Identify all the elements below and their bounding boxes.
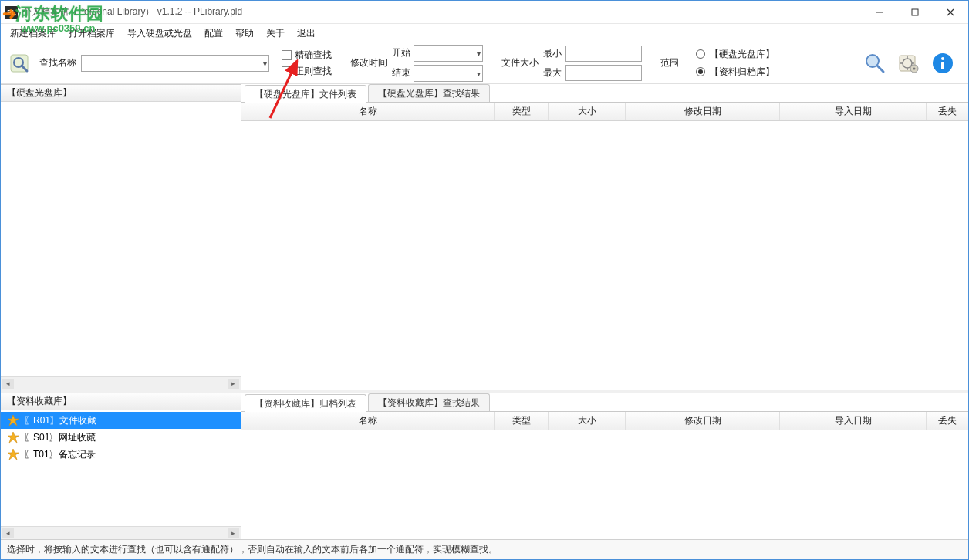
end-label: 结束 bbox=[392, 66, 410, 79]
radio-disk-label: 【硬盘光盘库】 bbox=[710, 48, 775, 61]
menu-import-disk[interactable]: 导入硬盘或光盘 bbox=[121, 25, 198, 42]
range-label: 范围 bbox=[660, 56, 679, 69]
star-icon bbox=[7, 414, 19, 427]
status-text: 选择时，将按输入的文本进行查找（也可以含有通配符），否则自动在输入的文本前后各加… bbox=[7, 543, 498, 556]
toolbar-settings-button[interactable] bbox=[896, 50, 922, 76]
tree-item-label: 〖R01〗文件收藏 bbox=[24, 414, 96, 427]
svg-rect-2 bbox=[912, 9, 918, 15]
tree-item-label: 〖T01〗备忘记录 bbox=[24, 448, 96, 461]
exact-search-checkbox[interactable] bbox=[282, 50, 292, 60]
tree-item-file-collection[interactable]: 〖R01〗文件收藏 bbox=[1, 412, 241, 429]
start-time-combo[interactable]: ▾ bbox=[414, 45, 483, 62]
left-column: 【硬盘光盘库】 ◂ ▸ 【资料收藏库】 〖R01〗文件收藏 〖S01〗网址收藏 bbox=[1, 84, 241, 539]
disk-library-tree[interactable] bbox=[1, 102, 241, 376]
scroll-left-icon[interactable]: ◂ bbox=[2, 528, 14, 538]
menu-config[interactable]: 配置 bbox=[198, 25, 229, 42]
app-icon: PL bbox=[5, 6, 18, 19]
tree-item-memo[interactable]: 〖T01〗备忘记录 bbox=[1, 446, 241, 463]
search-name-label: 查找名称 bbox=[39, 56, 76, 69]
collection-tree[interactable]: 〖R01〗文件收藏 〖S01〗网址收藏 〖T01〗备忘记录 bbox=[1, 410, 241, 526]
tree-item-url-collection[interactable]: 〖S01〗网址收藏 bbox=[1, 429, 241, 446]
svg-point-13 bbox=[913, 67, 916, 69]
disk-lib-hscroll[interactable]: ◂ ▸ bbox=[1, 376, 241, 390]
regex-search-label: 正则查找 bbox=[295, 65, 332, 78]
statusbar: 选择时，将按输入的文本进行查找（也可以含有通配符），否则自动在输入的文本前后各加… bbox=[1, 539, 968, 559]
tab-disk-search-result[interactable]: 【硬盘光盘库】查找结果 bbox=[368, 84, 490, 102]
menu-about[interactable]: 关于 bbox=[260, 25, 291, 42]
menu-help[interactable]: 帮助 bbox=[229, 25, 260, 42]
min-label: 最小 bbox=[543, 47, 562, 60]
mod-time-label: 修改时间 bbox=[350, 56, 387, 69]
menu-open-archive[interactable]: 打开档案库 bbox=[62, 25, 121, 42]
right-column: 【硬盘光盘库】文件列表 【硬盘光盘库】查找结果 名称 类型 大小 修改日期 导入… bbox=[241, 84, 968, 539]
col-size[interactable]: 大小 bbox=[549, 412, 626, 430]
radio-archive-lib[interactable] bbox=[696, 67, 705, 76]
col-lost[interactable]: 丢失 bbox=[927, 412, 968, 430]
archive-grid-header: 名称 类型 大小 修改日期 导入日期 丢失 bbox=[241, 412, 968, 430]
collection-hscroll[interactable]: ◂ ▸ bbox=[1, 526, 241, 539]
chevron-down-icon: ▾ bbox=[477, 49, 481, 57]
scroll-right-icon[interactable]: ▸ bbox=[228, 528, 239, 538]
col-lost[interactable]: 丢失 bbox=[927, 103, 968, 120]
svg-line-9 bbox=[877, 66, 883, 72]
col-mod-date[interactable]: 修改日期 bbox=[626, 412, 780, 430]
disk-library-panel: 【硬盘光盘库】 ◂ ▸ bbox=[1, 84, 241, 390]
col-type[interactable]: 类型 bbox=[495, 103, 549, 120]
tab-archive-search-result[interactable]: 【资料收藏库】查找结果 bbox=[368, 393, 490, 411]
svg-marker-18 bbox=[8, 432, 19, 443]
file-size-label: 文件大小 bbox=[501, 56, 539, 69]
file-list-grid-body[interactable] bbox=[241, 121, 968, 390]
toolbar-search-button[interactable] bbox=[862, 50, 888, 76]
file-list-grid-header: 名称 类型 大小 修改日期 导入日期 丢失 bbox=[241, 103, 968, 121]
archive-list-tabs: 【资料收藏库】归档列表 【资料收藏库】查找结果 bbox=[241, 393, 968, 412]
menu-new-archive[interactable]: 新建档案库 bbox=[4, 25, 62, 42]
exact-search-label: 精确查找 bbox=[295, 49, 332, 62]
svg-marker-19 bbox=[8, 449, 19, 460]
toolbar: 查找名称 ▾ 精确查找 正则查找 修改时间 开始 ▾ 结束 ▾ bbox=[1, 42, 968, 84]
archive-list-panel: 【资料收藏库】归档列表 【资料收藏库】查找结果 名称 类型 大小 修改日期 导入… bbox=[241, 393, 968, 539]
titlebar: PL 个人档案馆（Personal Library） v1.1.2 -- PLi… bbox=[1, 1, 968, 24]
tree-item-label: 〖S01〗网址收藏 bbox=[24, 431, 96, 444]
collection-header: 【资料收藏库】 bbox=[1, 393, 241, 410]
chevron-down-icon: ▾ bbox=[263, 59, 267, 67]
radio-disk-lib[interactable] bbox=[696, 49, 705, 59]
svg-rect-16 bbox=[941, 62, 944, 69]
max-label: 最大 bbox=[543, 66, 562, 79]
col-name[interactable]: 名称 bbox=[241, 412, 495, 430]
chevron-down-icon: ▾ bbox=[477, 69, 481, 77]
window-title: 个人档案馆（Personal Library） v1.1.2 -- PLibra… bbox=[22, 5, 862, 19]
scroll-left-icon[interactable]: ◂ bbox=[2, 379, 14, 389]
end-time-combo[interactable]: ▾ bbox=[414, 65, 483, 82]
col-import-date[interactable]: 导入日期 bbox=[780, 103, 927, 120]
menu-exit[interactable]: 退出 bbox=[291, 25, 322, 42]
maximize-button[interactable] bbox=[897, 1, 933, 24]
toolbar-info-button[interactable] bbox=[930, 50, 956, 76]
search-name-combo[interactable]: ▾ bbox=[81, 55, 269, 72]
file-list-panel: 【硬盘光盘库】文件列表 【硬盘光盘库】查找结果 名称 类型 大小 修改日期 导入… bbox=[241, 84, 968, 390]
main-area: 【硬盘光盘库】 ◂ ▸ 【资料收藏库】 〖R01〗文件收藏 〖S01〗网址收藏 bbox=[1, 84, 968, 539]
col-import-date[interactable]: 导入日期 bbox=[780, 412, 927, 430]
archive-grid-body[interactable] bbox=[241, 430, 968, 539]
regex-search-checkbox[interactable] bbox=[282, 66, 292, 76]
radio-archive-label: 【资料归档库】 bbox=[710, 66, 775, 79]
star-icon bbox=[7, 431, 19, 444]
start-label: 开始 bbox=[392, 46, 410, 59]
col-name[interactable]: 名称 bbox=[241, 103, 495, 120]
file-list-tabs: 【硬盘光盘库】文件列表 【硬盘光盘库】查找结果 bbox=[241, 84, 968, 103]
search-icon bbox=[7, 49, 35, 77]
collection-panel: 【资料收藏库】 〖R01〗文件收藏 〖S01〗网址收藏 〖T01〗备忘记录 bbox=[1, 393, 241, 539]
col-mod-date[interactable]: 修改日期 bbox=[626, 103, 780, 120]
svg-point-15 bbox=[941, 57, 944, 60]
tab-disk-file-list[interactable]: 【硬盘光盘库】文件列表 bbox=[245, 85, 366, 103]
svg-marker-17 bbox=[8, 415, 19, 426]
disk-library-header: 【硬盘光盘库】 bbox=[1, 85, 241, 102]
min-size-input[interactable] bbox=[565, 46, 642, 62]
minimize-button[interactable] bbox=[862, 1, 897, 24]
col-size[interactable]: 大小 bbox=[549, 103, 626, 120]
scroll-right-icon[interactable]: ▸ bbox=[228, 379, 239, 389]
max-size-input[interactable] bbox=[565, 65, 642, 81]
col-type[interactable]: 类型 bbox=[495, 412, 549, 430]
close-button[interactable] bbox=[933, 1, 968, 24]
tab-archive-list[interactable]: 【资料收藏库】归档列表 bbox=[245, 394, 366, 412]
star-icon bbox=[7, 448, 19, 460]
